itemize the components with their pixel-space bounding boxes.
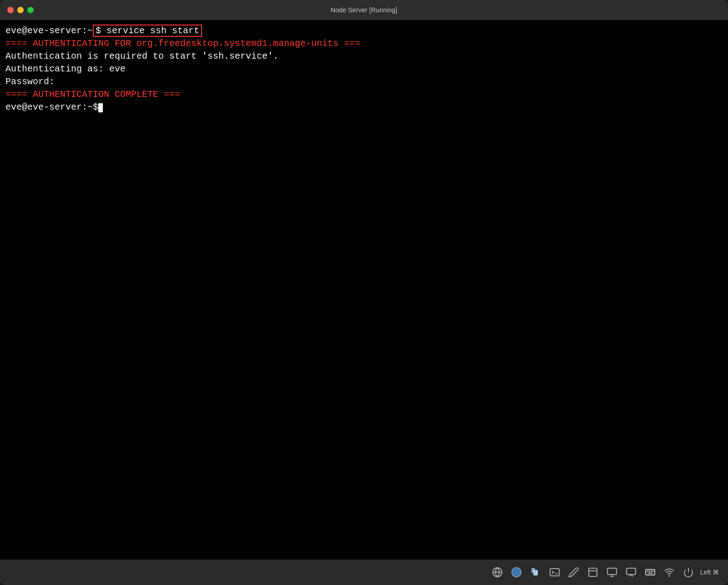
svg-rect-4 — [550, 569, 559, 576]
close-button[interactable] — [7, 7, 14, 13]
svg-rect-11 — [627, 568, 636, 575]
pencil-icon[interactable] — [566, 565, 581, 580]
cursor — [98, 103, 103, 112]
terminal-line-1: eve@eve-server:~$ service ssh start — [5, 25, 723, 37]
wifi-icon[interactable] — [662, 565, 677, 580]
terminal-window: Node Server [Running] eve@eve-server:~$ … — [0, 0, 728, 585]
svg-rect-8 — [607, 568, 617, 575]
keyboard-icon[interactable] — [643, 565, 657, 580]
window-controls — [7, 7, 34, 13]
window-title: Node Server [Running] — [331, 6, 398, 14]
svg-rect-3 — [533, 570, 538, 575]
terminal-line-4: Authenticating as: eve — [5, 63, 723, 76]
svg-point-18 — [669, 575, 670, 576]
network-icon[interactable] — [490, 565, 505, 580]
terminal-body[interactable]: eve@eve-server:~$ service ssh start ====… — [0, 20, 728, 560]
keyboard-shortcut-label: Left ⌘ — [700, 569, 719, 576]
files-icon[interactable] — [528, 565, 543, 580]
svg-rect-6 — [589, 568, 597, 576]
taskbar: Left ⌘ — [0, 560, 728, 585]
terminal-line-2: ==== AUTHENTICATING FOR org.freedesktop.… — [5, 37, 723, 50]
monitor-icon[interactable] — [624, 565, 638, 580]
terminal-line-6: ==== AUTHENTICATION COMPLETE === — [5, 88, 723, 101]
browser-icon[interactable] — [509, 565, 524, 580]
titlebar: Node Server [Running] — [0, 0, 728, 20]
window-taskbar-icon[interactable] — [586, 565, 600, 580]
terminal-line-5: Password: — [5, 76, 723, 88]
command-highlight: $ service ssh start — [93, 25, 202, 37]
minimize-button[interactable] — [17, 7, 24, 13]
terminal-taskbar-icon[interactable] — [547, 565, 562, 580]
screen-icon[interactable] — [605, 565, 619, 580]
svg-rect-12 — [646, 570, 655, 575]
terminal-line-3: Authentication is required to start 'ssh… — [5, 50, 723, 63]
terminal-line-7: eve@eve-server:~$ — [5, 101, 723, 114]
power-icon[interactable] — [681, 565, 696, 580]
maximize-button[interactable] — [27, 7, 34, 13]
